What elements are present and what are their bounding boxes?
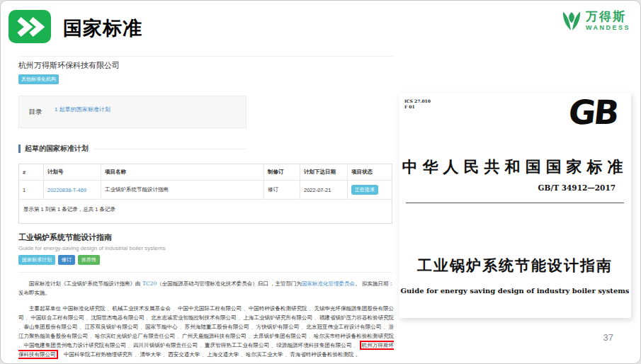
company-type-badge: 其他标准化机构 xyxy=(18,74,59,84)
double-chevron-icon xyxy=(8,10,51,43)
page-title: 国家标准 xyxy=(63,16,142,41)
page-number: 37 xyxy=(603,332,613,343)
toc-label: 目录 xyxy=(19,96,52,127)
standard-title-cn: 工业锅炉系统节能设计指南 xyxy=(18,232,394,243)
brand-name-en: WANDESS xyxy=(586,25,630,31)
cell-project-name: 工业锅炉系统节能设计指南 xyxy=(101,181,264,200)
cover-title-en: Guide for energy saving design of indust… xyxy=(399,287,631,295)
gb-logo: GB xyxy=(567,93,619,132)
sac-link[interactable]: 国家标准化管理委员会 xyxy=(302,280,355,287)
plan-number-link[interactable]: 20220838-T-469 xyxy=(47,187,86,193)
toc-link[interactable]: 1 起草的国家标准计划 xyxy=(55,106,110,113)
standard-code: GB/T 34912—2017 xyxy=(538,183,616,192)
tag-national-plan: 国家标准计划 xyxy=(18,255,55,265)
slide: 国家标准 万得斯 WANDESS 杭州万得斯环保科技有限公司 其他标准化机构 目… xyxy=(0,0,641,364)
col-index: # xyxy=(19,164,44,181)
plans-table: # 计划号 项目名称 制修订 计划下达日期 项目状态 1 20220838-T-… xyxy=(18,164,392,224)
toc-box: 目录 1 起草的国家标准计划 xyxy=(18,96,246,128)
table-row: 1 20220838-T-469 工业锅炉系统节能设计指南 修订 2022-07… xyxy=(19,181,392,200)
webpage-screenshot: 杭州万得斯环保科技有限公司 其他标准化机构 目录 1 起草的国家标准计划 起草的… xyxy=(18,56,394,364)
cover-title-cn: 工业锅炉系统节能设计指南 xyxy=(399,256,631,275)
standard-title-en: Guide for energy-saving design of indust… xyxy=(18,245,394,251)
paragraph-drafting-units: 主要起草单位 中国标准化研究院 、机械工业技术发展基金会 、中国中元国际工程有限… xyxy=(18,304,394,359)
cell-issue-date: 2022-07-21 xyxy=(300,181,348,200)
section-heading: 起草的国家标准计划 xyxy=(18,144,246,154)
divider xyxy=(18,272,392,273)
col-status: 项目状态 xyxy=(348,164,392,181)
col-project-name: 项目名称 xyxy=(101,164,264,181)
section-heading-text: 起草的国家标准计划 xyxy=(25,144,89,154)
ics-code: ICS 27.010 F 01 xyxy=(404,98,431,110)
tc20-link[interactable]: TC20 xyxy=(142,280,157,287)
brand-logo: 万得斯 WANDESS xyxy=(561,9,630,33)
brand-name-cn: 万得斯 xyxy=(586,11,630,23)
cover-header: 中华人民共和国国家标准 xyxy=(399,157,631,178)
cover-rule xyxy=(406,203,624,203)
table-header-row: # 计划号 项目名称 制修订 计划下达日期 项目状态 xyxy=(19,164,392,181)
wandess-leaf-icon xyxy=(561,9,582,33)
tag-recommended: 推荐性 xyxy=(78,255,100,265)
table-record-count: 显示第 1 到第 1 条记录，总共 1 条记录 xyxy=(19,200,392,223)
tag-revision: 修订 xyxy=(58,255,75,265)
cell-index: 1 xyxy=(19,181,44,200)
status-badge: 正在批准 xyxy=(351,185,378,195)
col-revision: 制修订 xyxy=(264,164,300,181)
company-name: 杭州万得斯环保科技有限公司 xyxy=(18,60,394,71)
col-issue-date: 计划下达日期 xyxy=(300,164,348,181)
gb-standard-cover: ICS 27.010 F 01 GB 中华人民共和国国家标准 GB/T 3491… xyxy=(399,93,631,318)
standard-detail: 工业锅炉系统节能设计指南 Guide for energy-saving des… xyxy=(18,232,394,265)
cell-revision: 修订 xyxy=(264,181,300,200)
paragraph-overview: 国家标准计划《工业锅炉系统节能设计指南》由 TC20（全国能源基础与管理标准化技… xyxy=(18,279,394,297)
col-plan-no: 计划号 xyxy=(44,164,101,181)
